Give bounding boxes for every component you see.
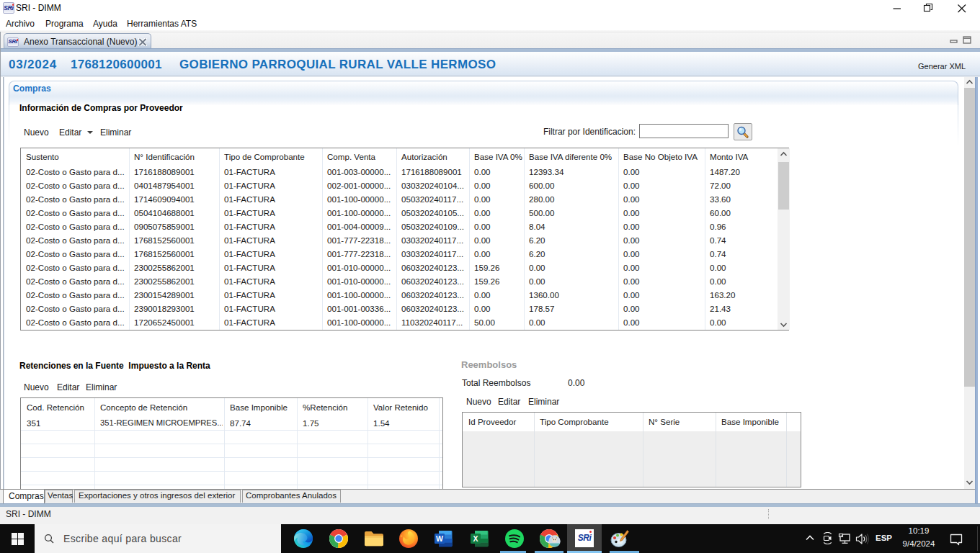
svg-text:X: X <box>473 534 478 543</box>
svg-text:W: W <box>436 534 443 543</box>
